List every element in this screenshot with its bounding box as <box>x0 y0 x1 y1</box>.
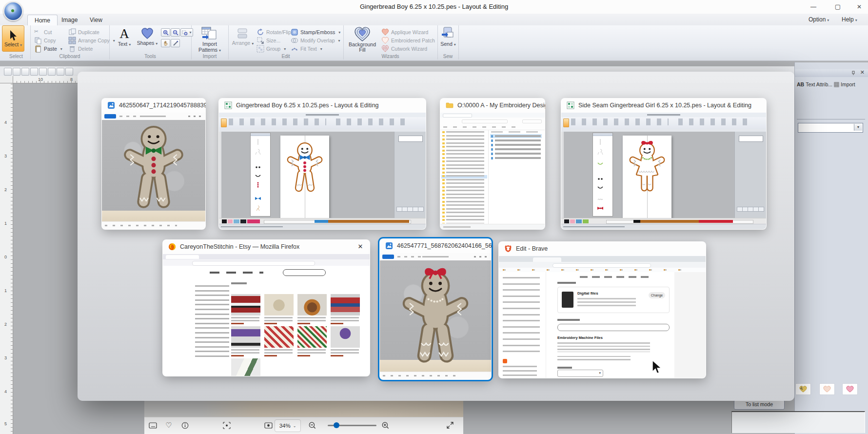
copy-icon <box>34 37 42 44</box>
import-category-combobox[interactable]: ▼ <box>798 123 863 133</box>
close-button[interactable]: ✕ <box>848 0 868 14</box>
dock-close-icon[interactable]: ✕ <box>860 69 865 76</box>
zoom-out-button[interactable] <box>171 28 180 37</box>
qt-icon-5[interactable] <box>39 68 47 76</box>
help-menu[interactable]: Help <box>842 15 857 24</box>
zoom-slider-handle[interactable] <box>334 422 339 428</box>
product-thumb-veteran-ribbon <box>231 358 260 376</box>
to-list-mode-button[interactable]: To list mode <box>734 400 785 410</box>
chevron-down-icon: ⌄ <box>293 424 296 428</box>
group-button[interactable]: Group <box>256 45 286 53</box>
window-thumbnail-explorer[interactable]: O:\0000 A - My Embroidery Desig... <box>440 98 545 230</box>
embroidered-patch-button[interactable]: Embroidered Patch <box>381 37 435 44</box>
pattern-tile-peach-heart[interactable] <box>819 383 835 395</box>
copy-button[interactable]: Copy <box>34 37 56 44</box>
favorite-heart-icon[interactable]: ♡ <box>164 421 174 430</box>
qt-icon-4[interactable] <box>30 68 38 76</box>
duplicate-button[interactable]: Duplicate <box>68 28 99 36</box>
zoom-level-dropdown[interactable]: 34%⌄ <box>275 419 301 432</box>
ribbon-group-sew: Send Sew <box>437 25 459 59</box>
slideshow-icon[interactable] <box>263 421 273 430</box>
size-icon <box>256 37 264 44</box>
qt-icon-3[interactable] <box>21 68 29 76</box>
tab-view[interactable]: View <box>83 15 109 25</box>
gingerbread-girl-photo <box>400 262 471 368</box>
product-thumb-candy-canes-red <box>264 326 294 348</box>
arrange-button[interactable]: Arrange <box>232 27 254 46</box>
items-heading <box>231 282 247 284</box>
visual-search-icon[interactable] <box>222 421 232 430</box>
zoom-in-icon[interactable] <box>380 421 390 430</box>
arrange-copy-button[interactable]: Arrange Copy <box>68 37 115 44</box>
size-button[interactable]: Size... <box>256 37 280 44</box>
window-thumbnail-photo-boy[interactable]: 462550647_1714219045788839_3... <box>101 98 206 230</box>
tab-image[interactable]: Image <box>55 15 84 25</box>
table-edge <box>102 211 205 222</box>
option-menu[interactable]: Option <box>809 15 829 24</box>
qt-icon-7[interactable] <box>57 68 64 76</box>
minimize-button[interactable]: — <box>803 0 824 14</box>
zoom-in-button[interactable] <box>161 28 170 37</box>
trash-icon <box>68 45 76 53</box>
pattern-tile-pink-heart[interactable] <box>842 383 858 395</box>
qt-icon-1[interactable] <box>4 68 12 76</box>
maximize-button[interactable]: ▢ <box>827 0 848 14</box>
delete-button[interactable]: Delete <box>68 45 93 53</box>
right-dock-panel: ✕ AB Text Attrib... Import ▼ <box>794 62 868 434</box>
app-logo-icon[interactable] <box>3 1 23 21</box>
product-thumb-turkey <box>297 294 327 316</box>
edit-button-mini <box>382 255 394 259</box>
tab-import[interactable]: Import <box>841 81 855 87</box>
group-caption-clipboard: Clipboard <box>30 54 109 59</box>
measure-button[interactable] <box>171 39 180 47</box>
vruler-num: 0 <box>4 255 7 259</box>
product-thumb-elf-legs <box>331 294 360 316</box>
info-icon[interactable] <box>180 421 190 430</box>
tab-home[interactable]: Home <box>27 15 58 26</box>
qt-icon-2[interactable] <box>13 68 20 76</box>
tab-text-attributes[interactable]: Text Attrib... <box>806 81 832 87</box>
stamp-emboss-button[interactable]: Stamp/Emboss <box>291 28 340 36</box>
fit-text-icon <box>291 45 298 53</box>
window-thumbnail-firefox[interactable]: CareyonTheStitchin - Etsy — Mozilla Fire… <box>162 239 370 376</box>
ribbon-group-wizards: BackgroundFill Applique Wizard Embroider… <box>343 25 438 59</box>
type-select <box>557 370 603 377</box>
thumbnail-close-button[interactable]: ✕ <box>355 242 365 252</box>
import-list-box <box>731 411 865 433</box>
pink-heart-thumb-icon <box>846 385 854 393</box>
vruler-num: 3 <box>4 154 7 158</box>
applique-wizard-button[interactable]: Applique Wizard <box>381 28 428 36</box>
combo-arrow-icon[interactable]: ▼ <box>854 124 862 131</box>
filmstrip-icon[interactable] <box>148 421 158 430</box>
pes-mini-right-panel <box>734 132 766 218</box>
modify-overlap-button[interactable]: Modify Overlap <box>291 37 340 44</box>
window-thumbnail-photo-girl-selected[interactable]: 462547771_568762062404166_56... <box>379 238 492 380</box>
fit-text-button[interactable]: Fit Text <box>291 45 322 53</box>
qt-icon-8[interactable] <box>65 68 73 76</box>
window-thumbnail-brave[interactable]: Edit - Brave Digital files Cha <box>498 241 706 378</box>
paste-button[interactable]: Paste <box>34 45 62 53</box>
pin-icon[interactable] <box>851 71 856 76</box>
pattern-tile-cutwork-heart[interactable] <box>795 383 811 395</box>
background-fill-heart-icon <box>354 26 371 42</box>
cut-button[interactable]: ✂Cut <box>34 28 52 36</box>
text-tool-button[interactable]: A Text <box>115 26 134 47</box>
zoom-level-value: 34% <box>279 423 291 429</box>
shapes-tool-button[interactable]: Shapes <box>137 27 158 46</box>
folder-icon <box>446 101 454 109</box>
import-patterns-button[interactable]: ImportPatterns <box>196 26 223 53</box>
window-thumbnail-pes-boy[interactable]: Gingerbread Boy 6.25 x 10.25.pes - Layou… <box>218 98 426 230</box>
window-thumbnail-pes-girl[interactable]: Side Seam Gingerbread Girl 6.25 x 10.25.… <box>561 98 767 230</box>
vruler-num: 3 <box>4 355 7 360</box>
text-A-icon: A <box>119 26 129 41</box>
ribbon-group-import: ImportPatterns Import <box>191 25 229 59</box>
cutwork-wizard-button[interactable]: Cutwork Wizard <box>381 45 427 53</box>
fullscreen-icon[interactable] <box>445 421 455 430</box>
select-tool-button[interactable]: Select <box>2 25 24 52</box>
send-button[interactable]: Send <box>439 26 457 47</box>
background-fill-button[interactable]: BackgroundFill <box>347 26 377 53</box>
pan-hand-button[interactable] <box>161 39 170 47</box>
shop-search-pill <box>283 269 326 276</box>
qt-icon-6[interactable] <box>48 68 56 76</box>
zoom-out-icon[interactable] <box>307 421 317 430</box>
